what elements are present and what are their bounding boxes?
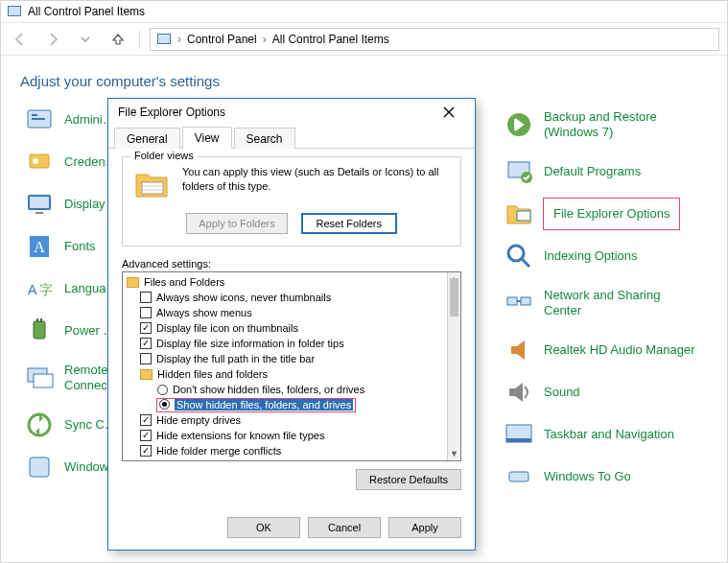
tree-item[interactable]: Hide extensions for known file types <box>127 428 445 443</box>
svg-text:A: A <box>28 282 37 297</box>
tools-icon <box>24 105 55 135</box>
checkbox-icon[interactable] <box>140 430 152 441</box>
tree-item[interactable]: Always show menus <box>127 305 445 320</box>
tree-item[interactable]: Display file size information in folder … <box>127 336 445 351</box>
svg-rect-29 <box>507 297 517 305</box>
tree-item-label: Display file size information in folder … <box>156 338 344 349</box>
page-heading: Adjust your computer's settings <box>1 56 727 99</box>
up-button[interactable] <box>106 28 129 51</box>
scroll-down-arrow-icon[interactable]: ▼ <box>448 447 460 460</box>
cp-item-taskbar-navigation[interactable]: Taskbar and Navigation <box>500 413 708 456</box>
apply-to-folders-button[interactable]: Apply to Folders <box>186 213 287 234</box>
cp-item-backup-restore[interactable]: Backup and Restore (Windows 7) <box>500 99 708 151</box>
cp-item-sound[interactable]: Sound <box>500 371 708 413</box>
taskbar-icon <box>504 419 534 450</box>
tree-radio-item-selected[interactable]: Show hidden files, folders, and drives <box>127 397 445 412</box>
backup-icon <box>504 109 534 140</box>
folder-views-icon <box>132 165 171 203</box>
checkbox-icon[interactable] <box>140 292 152 303</box>
checkbox-icon[interactable] <box>140 414 152 426</box>
radio-highlight-annotation: Show hidden files, folders, and drives <box>157 399 355 411</box>
tree-root: Files and Folders <box>127 274 445 290</box>
svg-line-28 <box>522 259 529 267</box>
back-button[interactable] <box>9 28 32 51</box>
chevron-right-icon: › <box>261 33 269 46</box>
tree-scrollbar[interactable]: ▲ ▼ <box>447 272 460 460</box>
svg-rect-11 <box>35 212 43 214</box>
remoteapp-icon <box>24 363 55 393</box>
checkbox-icon[interactable] <box>140 338 152 349</box>
language-icon: A字 <box>24 273 55 304</box>
dialog-body: Folder views You can apply this view (su… <box>108 149 475 461</box>
fonts-icon: A <box>24 231 55 262</box>
tree-item-label: Always show menus <box>156 307 252 318</box>
dialog-title: File Explorer Options <box>118 106 225 119</box>
tree-item-label: Show hidden files, folders, and drives <box>175 399 353 411</box>
tree-item[interactable]: Hide folder merge conflicts <box>127 443 445 458</box>
checkbox-icon[interactable] <box>140 353 152 364</box>
svg-rect-16 <box>34 321 45 339</box>
tree-item[interactable]: Hide empty drives <box>127 412 445 428</box>
cp-item-network-sharing[interactable]: Network and Sharing Center <box>500 277 708 329</box>
reset-folders-button[interactable]: Reset Folders <box>301 213 397 234</box>
tree-radio-item[interactable]: Don't show hidden files, folders, or dri… <box>127 382 445 397</box>
tab-view[interactable]: View <box>182 127 232 149</box>
cp-item-label: Network and Sharing Center <box>544 288 697 317</box>
recent-dropdown-button[interactable] <box>74 28 97 51</box>
tree-item[interactable]: Always show icons, never thumbnails <box>127 290 445 305</box>
tree-item-label: Display file icon on thumbnails <box>156 322 298 334</box>
tree-item[interactable]: Display the full path in the title bar <box>127 351 445 366</box>
cp-item-label: Fonts <box>64 239 96 254</box>
svg-rect-6 <box>32 118 45 120</box>
advanced-settings-tree-inner[interactable]: Files and Folders Always show icons, nev… <box>123 272 447 460</box>
control-panel-icon <box>7 4 22 19</box>
tree-item-label: Hide extensions for known file types <box>156 430 324 441</box>
checkbox-icon[interactable] <box>140 307 152 318</box>
folder-icon <box>140 369 153 380</box>
cp-item-label: Indexing Options <box>544 248 638 264</box>
breadcrumb[interactable]: › Control Panel › All Control Panel Item… <box>150 28 719 51</box>
svg-rect-34 <box>509 472 528 481</box>
svg-rect-18 <box>40 318 42 322</box>
scroll-thumb[interactable] <box>450 278 458 317</box>
network-icon <box>504 288 534 318</box>
cancel-button[interactable]: Cancel <box>308 517 381 538</box>
cp-item-label: Default Programs <box>544 164 641 179</box>
close-button[interactable] <box>433 101 465 124</box>
restore-defaults-button[interactable]: Restore Defaults <box>356 469 461 490</box>
breadcrumb-root[interactable]: Control Panel <box>187 33 257 46</box>
dialog-titlebar[interactable]: File Explorer Options <box>108 99 475 126</box>
svg-rect-17 <box>36 318 38 322</box>
radio-icon[interactable] <box>159 399 170 410</box>
cp-right-column: Backup and Restore (Windows 7) Default P… <box>500 99 708 498</box>
svg-text:字: 字 <box>39 282 53 297</box>
tree-item-label: Don't show hidden files, folders, or dri… <box>173 384 364 395</box>
cp-item-file-explorer-options[interactable]: File Explorer Options <box>500 193 708 235</box>
cp-item-default-programs[interactable]: Default Programs <box>500 151 708 193</box>
forward-button[interactable] <box>41 28 64 51</box>
cp-item-realtek-audio[interactable]: Realtek HD Audio Manager <box>500 329 708 371</box>
ok-button[interactable]: OK <box>227 517 300 538</box>
checkbox-icon[interactable] <box>140 322 152 334</box>
svg-point-8 <box>33 158 38 164</box>
checkbox-icon[interactable] <box>140 445 152 457</box>
folder-options-icon <box>504 199 534 229</box>
tree-item-label: Always show icons, never thumbnails <box>156 292 331 303</box>
display-icon <box>24 189 55 220</box>
cp-item-label: Taskbar and Navigation <box>544 427 674 442</box>
cp-item-label: Backup and Restore (Windows 7) <box>544 109 697 139</box>
apply-button[interactable]: Apply <box>388 517 461 538</box>
tree-item[interactable]: Display file icon on thumbnails <box>127 320 445 336</box>
breadcrumb-current[interactable]: All Control Panel Items <box>272 33 389 46</box>
cp-item-indexing-options[interactable]: Indexing Options <box>500 235 708 277</box>
file-explorer-options-dialog: File Explorer Options General View Searc… <box>107 98 476 551</box>
tab-general[interactable]: General <box>114 128 180 149</box>
svg-point-27 <box>508 246 524 261</box>
cp-item-label: File Explorer Options <box>544 199 679 229</box>
folder-views-text: You can apply this view (such as Details… <box>182 165 451 194</box>
nav-row: › Control Panel › All Control Panel Item… <box>1 23 727 56</box>
svg-rect-33 <box>506 438 531 442</box>
tab-search[interactable]: Search <box>234 128 295 149</box>
cp-item-windows-to-go[interactable]: Windows To Go <box>500 456 708 498</box>
radio-icon[interactable] <box>157 385 168 395</box>
